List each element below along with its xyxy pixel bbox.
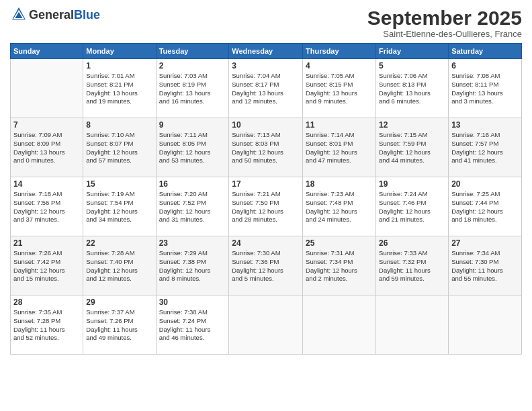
day-info: Sunrise: 7:33 AMSunset: 7:32 PMDaylight:…: [379, 249, 445, 283]
col-friday: Friday: [376, 44, 449, 59]
day-number: 27: [451, 238, 519, 248]
day-number: 11: [306, 120, 373, 130]
day-info: Sunrise: 7:21 AMSunset: 7:50 PMDaylight:…: [232, 190, 300, 224]
day-number: 7: [13, 120, 80, 130]
day-info: Sunrise: 7:08 AMSunset: 8:11 PMDaylight:…: [451, 72, 519, 106]
table-row: 8Sunrise: 7:10 AMSunset: 8:07 PMDaylight…: [83, 118, 156, 177]
day-info: Sunrise: 7:34 AMSunset: 7:30 PMDaylight:…: [451, 249, 519, 283]
day-number: 4: [306, 61, 373, 71]
col-monday: Monday: [83, 44, 156, 59]
table-row: [376, 295, 449, 355]
day-number: 8: [86, 120, 152, 130]
day-info: Sunrise: 7:01 AMSunset: 8:21 PMDaylight:…: [86, 72, 152, 106]
table-row: 1Sunrise: 7:01 AMSunset: 8:21 PMDaylight…: [83, 59, 156, 118]
table-row: 17Sunrise: 7:21 AMSunset: 7:50 PMDayligh…: [229, 177, 303, 236]
table-row: [449, 295, 522, 355]
day-number: 22: [86, 238, 152, 248]
table-row: 18Sunrise: 7:23 AMSunset: 7:48 PMDayligh…: [303, 177, 376, 236]
day-info: Sunrise: 7:05 AMSunset: 8:15 PMDaylight:…: [306, 72, 373, 106]
day-info: Sunrise: 7:26 AMSunset: 7:42 PMDaylight:…: [13, 249, 80, 283]
day-info: Sunrise: 7:30 AMSunset: 7:36 PMDaylight:…: [232, 249, 300, 283]
day-number: 5: [379, 61, 445, 71]
day-info: Sunrise: 7:15 AMSunset: 7:59 PMDaylight:…: [379, 131, 445, 165]
logo-blue-text: Blue: [74, 8, 100, 21]
day-number: 14: [13, 179, 80, 189]
day-info: Sunrise: 7:24 AMSunset: 7:46 PMDaylight:…: [379, 190, 445, 224]
table-row: 3Sunrise: 7:04 AMSunset: 8:17 PMDaylight…: [229, 59, 303, 118]
day-number: 26: [379, 238, 445, 248]
table-row: 28Sunrise: 7:35 AMSunset: 7:28 PMDayligh…: [11, 295, 83, 355]
table-row: [229, 295, 303, 355]
table-row: 22Sunrise: 7:28 AMSunset: 7:40 PMDayligh…: [83, 236, 156, 295]
table-row: 7Sunrise: 7:09 AMSunset: 8:09 PMDaylight…: [11, 118, 83, 177]
location-text: Saint-Etienne-des-Oullieres, France: [367, 29, 522, 39]
day-number: 28: [13, 298, 80, 307]
day-number: 25: [306, 238, 373, 248]
day-info: Sunrise: 7:13 AMSunset: 8:03 PMDaylight:…: [232, 131, 300, 165]
table-row: 11Sunrise: 7:14 AMSunset: 8:01 PMDayligh…: [303, 118, 376, 177]
day-number: 19: [379, 179, 445, 189]
day-info: Sunrise: 7:11 AMSunset: 8:05 PMDaylight:…: [159, 131, 226, 165]
table-row: 25Sunrise: 7:31 AMSunset: 7:34 PMDayligh…: [303, 236, 376, 295]
month-title: September 2025: [367, 7, 522, 29]
logo-general-text: General: [29, 8, 74, 21]
day-info: Sunrise: 7:37 AMSunset: 7:26 PMDaylight:…: [86, 308, 152, 342]
day-info: Sunrise: 7:03 AMSunset: 8:19 PMDaylight:…: [159, 72, 226, 106]
table-row: [11, 59, 83, 118]
table-row: 12Sunrise: 7:15 AMSunset: 7:59 PMDayligh…: [376, 118, 449, 177]
day-info: Sunrise: 7:06 AMSunset: 8:13 PMDaylight:…: [379, 72, 445, 106]
day-info: Sunrise: 7:20 AMSunset: 7:52 PMDaylight:…: [159, 190, 226, 224]
table-row: 15Sunrise: 7:19 AMSunset: 7:54 PMDayligh…: [83, 177, 156, 236]
day-info: Sunrise: 7:28 AMSunset: 7:40 PMDaylight:…: [86, 249, 152, 283]
table-row: 14Sunrise: 7:18 AMSunset: 7:56 PMDayligh…: [11, 177, 83, 236]
table-row: 9Sunrise: 7:11 AMSunset: 8:05 PMDaylight…: [156, 118, 229, 177]
day-info: Sunrise: 7:31 AMSunset: 7:34 PMDaylight:…: [306, 249, 373, 283]
table-row: 24Sunrise: 7:30 AMSunset: 7:36 PMDayligh…: [229, 236, 303, 295]
day-number: 24: [232, 238, 300, 248]
day-number: 29: [86, 298, 152, 307]
calendar-header-row: Sunday Monday Tuesday Wednesday Thursday…: [11, 44, 522, 59]
table-row: 21Sunrise: 7:26 AMSunset: 7:42 PMDayligh…: [11, 236, 83, 295]
table-row: 6Sunrise: 7:08 AMSunset: 8:11 PMDaylight…: [449, 59, 522, 118]
table-row: 26Sunrise: 7:33 AMSunset: 7:32 PMDayligh…: [376, 236, 449, 295]
day-number: 30: [159, 298, 226, 307]
day-info: Sunrise: 7:25 AMSunset: 7:44 PMDaylight:…: [451, 190, 519, 224]
col-sunday: Sunday: [11, 44, 83, 59]
day-number: 17: [232, 179, 300, 189]
day-number: 13: [451, 120, 519, 130]
day-number: 10: [232, 120, 300, 130]
day-number: 9: [159, 120, 226, 130]
table-row: 30Sunrise: 7:38 AMSunset: 7:24 PMDayligh…: [156, 295, 229, 355]
table-row: [303, 295, 376, 355]
table-row: 2Sunrise: 7:03 AMSunset: 8:19 PMDaylight…: [156, 59, 229, 118]
table-row: 16Sunrise: 7:20 AMSunset: 7:52 PMDayligh…: [156, 177, 229, 236]
calendar-table: Sunday Monday Tuesday Wednesday Thursday…: [10, 43, 522, 355]
day-number: 23: [159, 238, 226, 248]
day-info: Sunrise: 7:35 AMSunset: 7:28 PMDaylight:…: [13, 308, 80, 342]
table-row: 5Sunrise: 7:06 AMSunset: 8:13 PMDaylight…: [376, 59, 449, 118]
day-number: 6: [451, 61, 519, 71]
day-info: Sunrise: 7:10 AMSunset: 8:07 PMDaylight:…: [86, 131, 152, 165]
day-info: Sunrise: 7:14 AMSunset: 8:01 PMDaylight:…: [306, 131, 373, 165]
table-row: 19Sunrise: 7:24 AMSunset: 7:46 PMDayligh…: [376, 177, 449, 236]
col-thursday: Thursday: [303, 44, 376, 59]
day-number: 3: [232, 61, 300, 71]
table-row: 10Sunrise: 7:13 AMSunset: 8:03 PMDayligh…: [229, 118, 303, 177]
day-number: 21: [13, 238, 80, 248]
day-number: 12: [379, 120, 445, 130]
logo-icon: [11, 7, 26, 21]
logo: GeneralBlue: [10, 7, 100, 24]
table-row: 20Sunrise: 7:25 AMSunset: 7:44 PMDayligh…: [449, 177, 522, 236]
day-info: Sunrise: 7:38 AMSunset: 7:24 PMDaylight:…: [159, 308, 226, 342]
col-saturday: Saturday: [449, 44, 522, 59]
table-row: 23Sunrise: 7:29 AMSunset: 7:38 PMDayligh…: [156, 236, 229, 295]
day-info: Sunrise: 7:23 AMSunset: 7:48 PMDaylight:…: [306, 190, 373, 224]
table-row: 27Sunrise: 7:34 AMSunset: 7:30 PMDayligh…: [449, 236, 522, 295]
col-tuesday: Tuesday: [156, 44, 229, 59]
table-row: 13Sunrise: 7:16 AMSunset: 7:57 PMDayligh…: [449, 118, 522, 177]
day-info: Sunrise: 7:04 AMSunset: 8:17 PMDaylight:…: [232, 72, 300, 106]
day-number: 16: [159, 179, 226, 189]
day-number: 1: [86, 61, 152, 71]
day-info: Sunrise: 7:16 AMSunset: 7:57 PMDaylight:…: [451, 131, 519, 165]
table-row: 29Sunrise: 7:37 AMSunset: 7:26 PMDayligh…: [83, 295, 156, 355]
